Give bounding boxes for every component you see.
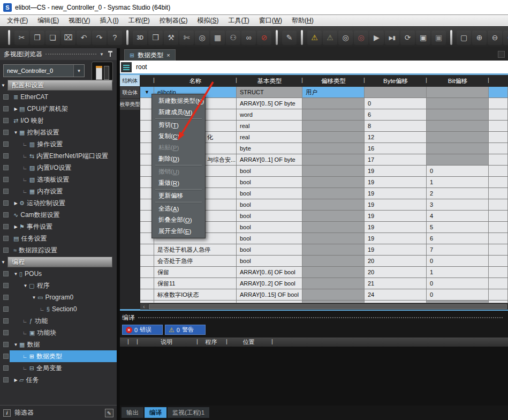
- base-type-cell[interactable]: byte: [237, 143, 302, 154]
- offline-icon[interactable]: ▣: [431, 31, 446, 45]
- controller-select[interactable]: new_Controller_0 ▼: [3, 64, 85, 77]
- row-expander-cell[interactable]: [140, 289, 154, 301]
- tree-item-I/O 映射[interactable]: ⇄I/O 映射: [0, 115, 117, 126]
- tree-item-EtherCAT[interactable]: ≣EtherCAT: [0, 91, 117, 103]
- expander-icon[interactable]: ▼: [22, 283, 28, 288]
- error-warning-icon[interactable]: ⚠: [307, 31, 322, 45]
- tab-data-types[interactable]: ⊞ 数据类型 ×: [124, 49, 176, 61]
- warning-off-icon[interactable]: ⚠: [323, 31, 337, 45]
- item-checkbox[interactable]: [3, 200, 9, 206]
- menu-item[interactable]: 视图(V): [64, 15, 95, 26]
- tree-item-数据[interactable]: ▼▦数据: [0, 339, 117, 350]
- offset-type-cell[interactable]: [302, 289, 365, 301]
- scrollbar-thumb[interactable]: [149, 304, 507, 309]
- paste-icon[interactable]: ❏: [46, 31, 60, 45]
- zoom-in-icon[interactable]: ⊕: [472, 31, 487, 45]
- offset-type-cell[interactable]: [302, 121, 365, 132]
- item-checkbox[interactable]: [3, 354, 9, 359]
- monitor-off-icon[interactable]: ◎: [354, 31, 368, 45]
- byte-offset-cell[interactable]: 6: [365, 109, 427, 121]
- column-header-Byte偏移[interactable]: Byte偏移: [365, 75, 427, 87]
- trailing-cell[interactable]: [489, 121, 508, 132]
- trailing-cell[interactable]: [489, 278, 508, 289]
- table-row[interactable]: 会否处于急停bool200: [140, 256, 508, 267]
- context-menu-item-折叠全部(O)[interactable]: 折叠全部(O): [152, 214, 205, 226]
- run-icon[interactable]: ▶: [369, 31, 384, 45]
- zoom-out-icon[interactable]: ⊖: [488, 31, 502, 45]
- name-cell[interactable]: 保留11: [154, 278, 237, 289]
- tree-item-Cam数据设置[interactable]: ∿Cam数据设置: [0, 209, 117, 221]
- item-checkbox[interactable]: [3, 106, 9, 111]
- base-type-cell[interactable]: bool: [237, 199, 302, 211]
- tree-item-任务设置[interactable]: ▤任务设置: [0, 232, 117, 244]
- table-row[interactable]: 保留11ARRAY[0..2] OF bool210: [140, 278, 508, 289]
- bottom-tab-监视(工程)1[interactable]: 监视(工程)1: [168, 407, 209, 418]
- watch-window-icon[interactable]: ◎: [195, 31, 209, 45]
- byte-offset-cell[interactable]: 19: [365, 222, 427, 233]
- category-tab-结构体[interactable]: 结构体: [120, 75, 140, 87]
- base-type-cell[interactable]: real: [237, 132, 302, 143]
- abort-icon[interactable]: ⊘: [257, 31, 271, 45]
- byte-offset-cell[interactable]: 20: [365, 267, 427, 278]
- item-checkbox[interactable]: [3, 342, 9, 347]
- offset-type-cell[interactable]: [302, 211, 365, 222]
- offset-type-cell[interactable]: [302, 233, 365, 244]
- scroll-left-icon[interactable]: ‹: [140, 304, 148, 310]
- offset-type-cell[interactable]: [302, 132, 365, 143]
- base-type-cell[interactable]: ARRAY[0..6] OF bool: [237, 267, 302, 278]
- menu-item[interactable]: 帮助(H): [287, 15, 319, 26]
- expander-icon[interactable]: ▶: [13, 201, 19, 206]
- step-run-icon[interactable]: ▶▮: [385, 31, 399, 45]
- expander-icon[interactable]: ▼: [31, 295, 37, 300]
- base-type-cell[interactable]: bool: [237, 211, 302, 222]
- tree-item-数据类型[interactable]: ∟⊞数据类型: [0, 350, 117, 362]
- bit-offset-cell[interactable]: [427, 143, 489, 154]
- chevron-down-icon[interactable]: ▼: [73, 65, 84, 77]
- item-checkbox[interactable]: [3, 271, 9, 276]
- offset-type-cell[interactable]: [302, 98, 365, 109]
- byte-offset-cell[interactable]: 21: [365, 278, 427, 289]
- base-type-cell[interactable]: bool: [237, 256, 302, 267]
- menu-item[interactable]: 编辑(E): [33, 15, 64, 26]
- byte-offset-cell[interactable]: 16: [365, 143, 427, 154]
- table-row[interactable]: 是否处于机器人急停bool197: [140, 244, 508, 256]
- trailing-cell[interactable]: [489, 98, 508, 109]
- bit-offset-cell[interactable]: [427, 132, 489, 143]
- item-checkbox[interactable]: [3, 130, 9, 135]
- bottom-tab-编译[interactable]: 编译: [145, 407, 166, 418]
- sync-icon[interactable]: ⟳: [400, 31, 415, 45]
- offset-type-cell[interactable]: [302, 244, 365, 256]
- bit-offset-cell[interactable]: 2: [427, 188, 489, 199]
- copy-icon[interactable]: ❐: [30, 31, 44, 45]
- chevron-down-icon[interactable]: ▼: [100, 52, 104, 57]
- tree-item-内置I/O设置[interactable]: ∟▨内置I/O设置: [0, 162, 117, 174]
- expander-icon[interactable]: ▶: [13, 224, 19, 229]
- item-checkbox[interactable]: [3, 141, 9, 147]
- build-icon[interactable]: ❒: [148, 31, 163, 45]
- bit-offset-cell[interactable]: 5: [427, 222, 489, 233]
- trailing-cell[interactable]: [489, 199, 508, 211]
- base-type-cell[interactable]: bool: [237, 166, 302, 177]
- context-menu-item-剪切(T)[interactable]: 剪切(T): [152, 119, 205, 131]
- menu-item[interactable]: 工程(P): [124, 15, 155, 26]
- item-checkbox[interactable]: [3, 236, 9, 241]
- trailing-cell[interactable]: [489, 109, 508, 121]
- tree-item-全局变量[interactable]: ∟⊟全局变量: [0, 362, 117, 374]
- column-header-Bit偏移[interactable]: Bit偏移: [427, 75, 489, 87]
- cut-icon[interactable]: ✂: [14, 31, 29, 45]
- table-row[interactable]: 保留ARRAY[0..6] OF bool201: [140, 267, 508, 278]
- tree-item-POUs[interactable]: ▼▯POUs: [0, 268, 117, 280]
- trailing-cell[interactable]: [489, 166, 508, 177]
- io-table-icon[interactable]: ▦: [210, 31, 225, 45]
- bit-offset-cell[interactable]: 7: [427, 244, 489, 256]
- item-checkbox[interactable]: [3, 153, 9, 159]
- tree-item-任务[interactable]: ▶▱任务: [0, 374, 117, 386]
- bit-offset-cell[interactable]: 0: [427, 278, 489, 289]
- search-icon[interactable]: ∞: [241, 31, 256, 45]
- item-checkbox[interactable]: [3, 283, 9, 288]
- bit-offset-cell[interactable]: [427, 98, 489, 109]
- trailing-cell[interactable]: [489, 289, 508, 301]
- byte-offset-cell[interactable]: 19: [365, 233, 427, 244]
- bit-offset-cell[interactable]: 0: [427, 166, 489, 177]
- context-menu-item-更新偏移[interactable]: 更新偏移: [152, 190, 205, 201]
